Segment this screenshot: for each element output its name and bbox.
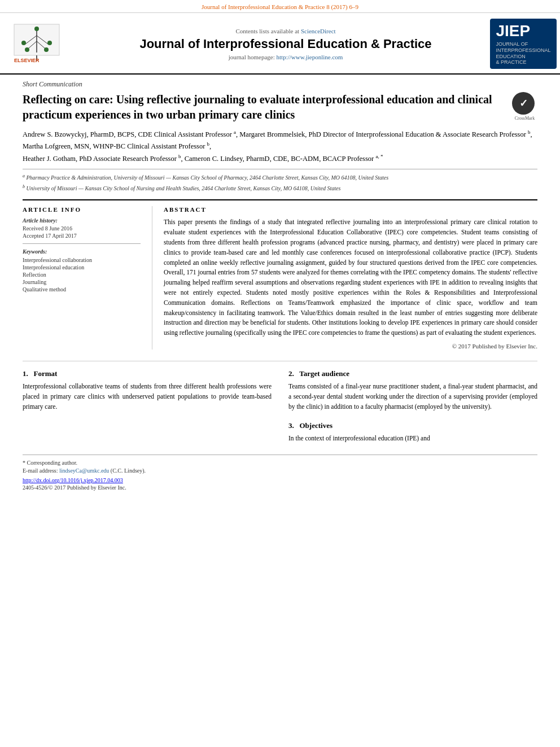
doi-link: http://dx.doi.org/10.1016/j.xjep.2017.04… <box>23 477 537 483</box>
journal-ref-text: Journal of Interprofessional Education &… <box>202 3 358 10</box>
jiep-subbadge: JOURNAL OFINTERPROFESSIONALEDUCATION& PR… <box>496 41 550 65</box>
keyword-5: Qualitative method <box>23 286 141 292</box>
keyword-3: Reflection <box>23 272 141 278</box>
received-date: Received 8 June 2016 <box>23 225 141 231</box>
section3-two-col: 3. Objectives In the context of interpro… <box>23 421 537 444</box>
section3-col-left-spacer <box>23 421 272 444</box>
crossmark-label: CrossMark <box>512 116 537 121</box>
section3-title: 3. Objectives <box>288 421 537 430</box>
journal-header: ELSEVIER Contents lists available at Sci… <box>0 13 560 75</box>
article-title: Reflecting on care: Using reflective jou… <box>23 92 512 123</box>
journal-reference-bar: Journal of Interprofessional Education &… <box>0 0 560 13</box>
sciencedirect-link[interactable]: ScienceDirect <box>301 28 336 34</box>
homepage-link[interactable]: http://www.jieponline.com <box>277 54 343 60</box>
sciencedirect-line: Contents lists available at ScienceDirec… <box>73 28 498 34</box>
article-info-abstract-section: ARTICLE INFO Article history: Received 8… <box>23 199 537 350</box>
svg-point-9 <box>21 41 26 45</box>
history-label: Article history: <box>23 217 141 224</box>
footnote-section: * Corresponding author. E-mail address: … <box>23 455 537 491</box>
section2-text: Teams consisted of a final-year nurse pr… <box>288 382 537 412</box>
section1-title: 1. Format <box>23 369 272 378</box>
elsevier-logo: ELSEVIER <box>11 21 73 66</box>
jiep-logo: JIEP JOURNAL OFINTERPROFESSIONALEDUCATIO… <box>498 19 549 69</box>
affiliations-block: a Pharmacy Practice & Administration, Un… <box>23 169 537 193</box>
article-info-col: ARTICLE INFO Article history: Received 8… <box>23 206 152 350</box>
svg-point-11 <box>25 47 29 52</box>
authors-block: Andrew S. Bzowyckyj, PharmD, BCPS, CDE C… <box>23 128 537 164</box>
keyword-1: Interprofessional collaboration <box>23 257 141 263</box>
crossmark-icon[interactable]: ✓ <box>512 92 535 115</box>
article-title-row: Reflecting on care: Using reflective jou… <box>23 92 537 123</box>
body-col-right: 2. Target audience Teams consisted of a … <box>288 369 537 412</box>
abstract-heading: ABSTRACT <box>164 206 537 213</box>
email-footnote: E-mail address: lindseyCa@umkc.edu (C.C.… <box>23 468 537 474</box>
section3-text: In the context of interprofessional educ… <box>288 434 537 444</box>
email-link[interactable]: lindseyCa@umkc.edu <box>59 468 109 474</box>
journal-title: Journal of Interprofessional Education &… <box>73 37 498 51</box>
svg-point-12 <box>44 47 49 52</box>
article-info-heading: ARTICLE INFO <box>23 206 141 213</box>
abstract-text: This paper presents the findings of a st… <box>164 217 537 338</box>
section1-text: Interprofessional collaborative teams of… <box>23 382 272 412</box>
main-content: Short Communication Reflecting on care: … <box>0 75 560 502</box>
copyright-line: © 2017 Published by Elsevier Inc. <box>164 343 537 350</box>
section3-col-right: 3. Objectives In the context of interpro… <box>288 421 537 444</box>
header-center: Contents lists available at ScienceDirec… <box>73 28 498 60</box>
keyword-2: Interprofessional education <box>23 264 141 270</box>
issn-line: 2405-4526/© 2017 Published by Elsevier I… <box>23 484 537 491</box>
body-col-left: 1. Format Interprofessional collaborativ… <box>23 369 272 412</box>
abstract-col: ABSTRACT This paper presents the finding… <box>152 206 537 350</box>
keywords-label: Keywords: <box>23 248 141 255</box>
affiliation-b: b University of Missouri — Kansas City S… <box>23 184 537 193</box>
svg-point-10 <box>47 41 52 45</box>
corresponding-label: * Corresponding author. <box>23 460 537 466</box>
section3-block: 3. Objectives In the context of interpro… <box>23 421 537 444</box>
article-type-label: Short Communication <box>23 80 537 89</box>
body-section: 1. Format Interprofessional collaborativ… <box>23 361 537 443</box>
journal-homepage: journal homepage: http://www.jieponline.… <box>73 54 498 60</box>
keyword-4: Journaling <box>23 279 141 285</box>
divider <box>23 243 141 244</box>
body-two-col: 1. Format Interprofessional collaborativ… <box>23 369 537 412</box>
svg-point-8 <box>34 27 39 31</box>
crossmark-container: ✓ CrossMark <box>512 92 537 121</box>
section2-title: 2. Target audience <box>288 369 537 378</box>
accepted-date: Accepted 17 April 2017 <box>23 233 141 239</box>
jiep-badge: JIEP JOURNAL OFINTERPROFESSIONALEDUCATIO… <box>490 19 556 69</box>
svg-text:ELSEVIER: ELSEVIER <box>14 58 40 63</box>
affiliation-a: a Pharmacy Practice & Administration, Un… <box>23 173 537 182</box>
